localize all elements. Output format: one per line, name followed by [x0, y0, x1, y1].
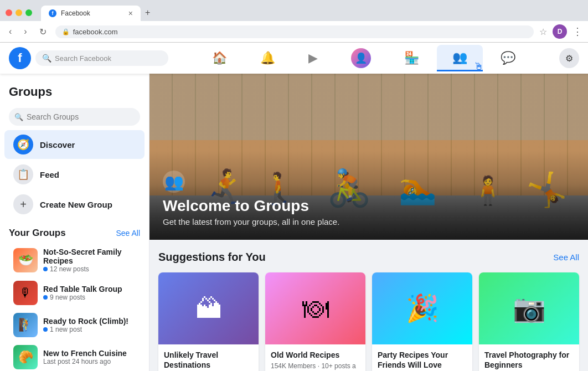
back-button[interactable]: ‹ [6, 25, 15, 38]
facebook-header: f 🔍 Search Facebook 🏠 🔔 ▶ 👤 🏪 👥 🖱 💬 [0, 43, 588, 74]
refresh-button[interactable]: ↻ [36, 25, 50, 38]
url-text: facebook.com [73, 28, 118, 36]
browser-menu-button[interactable]: ⋮ [572, 25, 582, 38]
nav-profile-avatar[interactable]: 👤 [336, 45, 386, 71]
card-title: Party Recipes Your Friends Will Love [378, 350, 467, 370]
sidebar-search-container: 🔍 [9, 108, 140, 126]
nav-marketplace[interactable]: 🏪 [389, 45, 435, 71]
minimize-window-dot[interactable] [16, 9, 22, 16]
facebook-logo[interactable]: f [9, 47, 31, 69]
hero-title: Welcome to Groups [163, 197, 575, 215]
group-avatar-family-recipes: 🥗 [13, 248, 38, 272]
window-controls [6, 9, 32, 16]
bookmark-icon[interactable]: ☆ [539, 27, 547, 37]
suggestion-card-photography: 📷 Travel Photography for Beginners 77K M… [479, 272, 579, 371]
browser-titlebar: f Facebook × + [0, 0, 588, 21]
close-window-dot[interactable] [6, 9, 12, 16]
group-sub: 12 new posts [43, 265, 136, 273]
card-image-travel: 🏔 [158, 272, 259, 344]
suggestion-card-recipes: 🍽 Old World Recipes 154K Members · 10+ p… [265, 272, 365, 371]
nav-notifications[interactable]: 🔔 [245, 45, 291, 71]
group-name: Ready to Rock (Climb)! [43, 317, 136, 326]
group-avatar-red-table: 🎙 [13, 281, 38, 305]
groups-sidebar: Groups 🔍 🧭 Discover 📋 Feed + Create New … [0, 74, 149, 371]
main-navigation: 🏠 🔔 ▶ 👤 🏪 👥 🖱 💬 [168, 45, 559, 71]
group-name: Not-So-Secret Family Recipes [43, 248, 136, 265]
suggestions-header: Suggestions for You See All [158, 251, 579, 264]
hero-subtitle: Get the latest from your groups, all in … [163, 217, 575, 226]
tab-title: Facebook [61, 9, 90, 17]
nav-home[interactable]: 🏠 [197, 45, 243, 71]
suggestion-card-party: 🎉 Party Recipes Your Friends Will Love 9… [372, 272, 472, 371]
nav-video[interactable]: ▶ [293, 45, 333, 71]
group-name: Red Table Talk Group [43, 285, 136, 293]
group-name: New to French Cuisine [43, 349, 136, 358]
address-bar: ‹ › ↻ 🔒 facebook.com ☆ D ⋮ [0, 21, 588, 43]
lock-icon: 🔒 [62, 28, 70, 35]
main-content-area: Groups 🔍 🧭 Discover 📋 Feed + Create New … [0, 74, 588, 371]
card-meta: 154K Members · 10+ posts a day [271, 362, 360, 371]
suggestions-section: Suggestions for You See All 🏔 Unlikely T… [149, 240, 588, 371]
group-sub: 9 new posts [43, 293, 136, 301]
group-info-french-cuisine: New to French Cuisine Last post 24 hours… [43, 349, 136, 365]
suggestion-card-travel: 🏔 Unlikely Travel Destinations 1.2K Memb… [158, 272, 259, 371]
group-info-family-recipes: Not-So-Secret Family Recipes 12 new post… [43, 248, 136, 273]
suggestions-grid: 🏔 Unlikely Travel Destinations 1.2K Memb… [158, 272, 579, 371]
card-body-photography: Travel Photography for Beginners 77K Mem… [479, 344, 579, 371]
group-sub: Last post 24 hours ago [43, 358, 136, 365]
card-body-recipes: Old World Recipes 154K Members · 10+ pos… [265, 344, 365, 371]
sidebar-search-input[interactable] [9, 108, 140, 126]
create-group-icon: + [13, 194, 33, 214]
nav-groups[interactable]: 👥 🖱 [437, 45, 483, 71]
card-body-travel: Unlikely Travel Destinations 1.2K Member… [158, 344, 259, 371]
your-groups-see-all[interactable]: See All [116, 229, 140, 238]
settings-button[interactable]: ⚙ [559, 48, 579, 68]
group-avatar-french-cuisine: 🥐 [13, 345, 38, 369]
group-avatar-climbing: 🧗 [13, 313, 38, 337]
hero-banner: 🏃 🚶 🚴 🏊 🧍 🤸 🏹 👥 Welcome to Groups Get th… [149, 74, 588, 240]
tab-close-button[interactable]: × [128, 9, 133, 18]
browser-tabs: f Facebook × + [41, 4, 154, 21]
cursor-pointer: 🖱 [474, 61, 484, 73]
group-sub: 1 new post [43, 326, 136, 333]
sidebar-group-red-table[interactable]: 🎙 Red Table Talk Group 9 new posts [4, 277, 145, 308]
browser-window: f Facebook × + ‹ › ↻ 🔒 facebook.com ☆ D … [0, 0, 588, 43]
card-title: Old World Recipes [271, 350, 360, 360]
feed-icon: 📋 [13, 164, 33, 184]
tab-favicon: f [49, 9, 56, 17]
nav-messenger[interactable]: 💬 [485, 45, 531, 71]
search-placeholder: Search Facebook [55, 54, 111, 63]
facebook-app: f 🔍 Search Facebook 🏠 🔔 ▶ 👤 🏪 👥 🖱 💬 [0, 43, 588, 371]
forward-button[interactable]: › [20, 25, 30, 38]
sidebar-group-climbing[interactable]: 🧗 Ready to Rock (Climb)! 1 new post [4, 310, 145, 341]
group-info-red-table: Red Table Talk Group 9 new posts [43, 285, 136, 301]
sidebar-title: Groups [0, 80, 149, 104]
sidebar-item-create-group[interactable]: + Create New Group [4, 190, 145, 219]
hero-text-overlay: Welcome to Groups Get the latest from yo… [149, 184, 588, 240]
suggestions-see-all-button[interactable]: See All [553, 253, 579, 262]
new-post-dot [43, 267, 48, 271]
sidebar-search-icon: 🔍 [14, 113, 23, 121]
card-body-party: Party Recipes Your Friends Will Love 9K … [372, 344, 472, 371]
card-image-party: 🎉 [372, 272, 472, 344]
card-image-recipes: 🍽 [265, 272, 365, 344]
facebook-search-bar[interactable]: 🔍 Search Facebook [35, 50, 168, 66]
profile-button[interactable]: D [553, 24, 567, 39]
groups-content: 🏃 🚶 🚴 🏊 🧍 🤸 🏹 👥 Welcome to Groups Get th… [149, 74, 588, 371]
new-tab-button[interactable]: + [141, 4, 154, 21]
sidebar-group-french-cuisine[interactable]: 🥐 New to French Cuisine Last post 24 hou… [4, 342, 145, 371]
suggestions-title: Suggestions for You [158, 251, 266, 264]
active-tab[interactable]: f Facebook × [41, 6, 141, 21]
sidebar-item-discover[interactable]: 🧭 Discover [4, 130, 145, 159]
group-info-climbing: Ready to Rock (Climb)! 1 new post [43, 317, 136, 333]
your-groups-title: Your Groups [9, 228, 66, 239]
sidebar-item-feed[interactable]: 📋 Feed [4, 160, 145, 189]
sidebar-group-family-recipes[interactable]: 🥗 Not-So-Secret Family Recipes 12 new po… [4, 244, 145, 276]
url-input[interactable]: 🔒 facebook.com [55, 25, 534, 38]
discover-label: Discover [40, 140, 75, 150]
card-image-photography: 📷 [479, 272, 579, 344]
new-post-dot [43, 327, 48, 332]
maximize-window-dot[interactable] [25, 9, 32, 16]
create-label: Create New Group [40, 200, 112, 209]
discover-icon: 🧭 [13, 135, 33, 154]
